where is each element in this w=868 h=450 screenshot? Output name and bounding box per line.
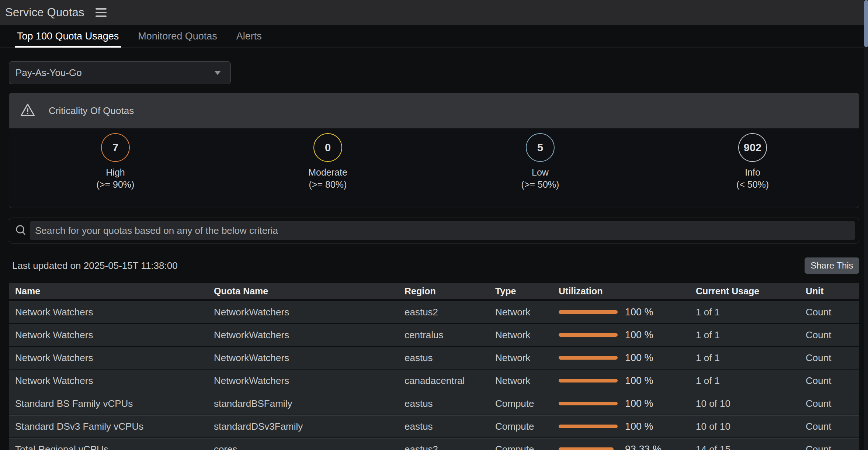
utilization-bar [559, 356, 618, 360]
high-label: High [106, 166, 125, 179]
criticality-badge-info: 902 Info (< 50%) [646, 128, 859, 208]
utilization-bar-fill [559, 333, 618, 337]
main-content: Pay-As-You-Go Criticality Of Quotas 7 Hi… [9, 61, 859, 450]
table-row[interactable]: Standard BS Family vCPUs standardBSFamil… [9, 392, 859, 415]
search-icon [14, 224, 27, 238]
utilization-bar [559, 425, 618, 428]
cell-current-usage: 10 of 10 [696, 398, 806, 409]
column-header-unit[interactable]: Unit [806, 286, 859, 297]
cell-region: canadacentral [405, 375, 495, 387]
cell-current-usage: 1 of 1 [696, 307, 806, 318]
cell-unit: Count [806, 352, 859, 364]
cell-utilization: 100 % [559, 329, 696, 341]
cell-region: eastus [405, 352, 495, 364]
utilization-bar-fill [559, 402, 618, 405]
cell-name: Total Regional vCPUs [15, 444, 214, 450]
plan-select-value: Pay-As-You-Go [15, 67, 82, 79]
moderate-threshold: (>= 80%) [309, 179, 347, 191]
info-count: 902 [744, 142, 761, 154]
warning-icon [20, 102, 35, 119]
cell-region: centralus [405, 329, 495, 341]
cell-quota-name: NetworkWatchers [214, 352, 405, 364]
tab-monitored-quotas[interactable]: Monitored Quotas [136, 25, 219, 48]
cell-name: Network Watchers [15, 375, 214, 387]
cell-name: Network Watchers [15, 329, 214, 341]
search-input[interactable] [30, 221, 855, 240]
cell-current-usage: 10 of 10 [696, 421, 806, 432]
cell-utilization: 100 % [559, 421, 696, 432]
share-button[interactable]: Share This [805, 257, 859, 274]
cell-current-usage: 1 of 1 [696, 375, 806, 387]
cell-quota-name: NetworkWatchers [214, 307, 405, 318]
cell-unit: Count [806, 307, 859, 318]
cell-type: Network [495, 329, 559, 341]
menu-icon[interactable] [94, 7, 108, 18]
moderate-count-circle: 0 [313, 133, 342, 162]
tab-top-100-quota-usages[interactable]: Top 100 Quota Usages [15, 25, 121, 48]
column-header-name[interactable]: Name [15, 286, 214, 297]
table-body: Network Watchers NetworkWatchers eastus2… [9, 301, 859, 450]
cell-utilization: 100 % [559, 398, 696, 409]
cell-type: Network [495, 307, 559, 318]
cell-type: Compute [495, 398, 559, 409]
cell-name: Network Watchers [15, 352, 214, 364]
last-updated-text: Last updated on 2025-05-15T 11:38:00 [12, 260, 178, 271]
cell-current-usage: 1 of 1 [696, 352, 806, 364]
utilization-bar-fill [559, 379, 618, 382]
cell-current-usage: 14 of 15 [696, 444, 806, 450]
low-label: Low [532, 166, 549, 179]
high-threshold: (>= 90%) [97, 179, 135, 191]
scrollbar-thumb[interactable] [864, 0, 868, 47]
utilization-bar-fill [559, 310, 618, 314]
table-row[interactable]: Network Watchers NetworkWatchers canadac… [9, 370, 859, 392]
column-header-type[interactable]: Type [495, 286, 559, 297]
tab-bar: Top 100 Quota Usages Monitored Quotas Al… [0, 25, 868, 48]
utilization-bar [559, 310, 618, 314]
search-container [9, 218, 859, 243]
status-row: Last updated on 2025-05-15T 11:38:00 Sha… [9, 257, 859, 274]
scrollbar-track[interactable] [864, 0, 868, 450]
criticality-panel-body: 7 High (>= 90%) 0 Moderate (>= 80%) 5 Lo… [9, 128, 859, 208]
cell-unit: Count [806, 375, 859, 387]
table-row[interactable]: Total Regional vCPUs cores eastus2 Compu… [9, 438, 859, 450]
cell-quota-name: NetworkWatchers [214, 329, 405, 341]
cell-region: eastus [405, 398, 495, 409]
cell-utilization: 100 % [559, 375, 696, 387]
cell-quota-name: NetworkWatchers [214, 375, 405, 387]
cell-type: Network [495, 375, 559, 387]
info-count-circle: 902 [738, 133, 767, 162]
cell-unit: Count [806, 398, 859, 409]
tab-alerts[interactable]: Alerts [234, 25, 264, 48]
table-row[interactable]: Network Watchers NetworkWatchers eastus2… [9, 301, 859, 324]
cell-utilization: 100 % [559, 307, 696, 318]
cell-type: Compute [495, 444, 559, 450]
high-count-circle: 7 [101, 133, 130, 162]
criticality-badge-high: 7 High (>= 90%) [9, 128, 222, 208]
cell-name: Standard BS Family vCPUs [15, 398, 214, 409]
column-header-quota-name[interactable]: Quota Name [214, 286, 405, 297]
utilization-value: 100 % [625, 375, 653, 387]
cell-quota-name: standardBSFamily [214, 398, 405, 409]
column-header-utilization[interactable]: Utilization [559, 286, 696, 297]
cell-unit: Count [806, 329, 859, 341]
column-header-current-usage[interactable]: Current Usage [696, 286, 806, 297]
info-label: Info [745, 166, 760, 179]
cell-region: eastus2 [405, 444, 495, 450]
criticality-badge-low: 5 Low (>= 50%) [434, 128, 646, 208]
utilization-value: 100 % [625, 329, 653, 341]
criticality-panel-title: Criticality Of Quotas [49, 105, 134, 117]
utilization-bar [559, 379, 618, 382]
utilization-value: 93.33 % [625, 444, 662, 450]
criticality-panel: Criticality Of Quotas 7 High (>= 90%) 0 … [9, 93, 859, 208]
table-row[interactable]: Network Watchers NetworkWatchers central… [9, 324, 859, 347]
criticality-badge-moderate: 0 Moderate (>= 80%) [222, 128, 434, 208]
table-row[interactable]: Network Watchers NetworkWatchers eastus … [9, 347, 859, 370]
table-header-row: Name Quota Name Region Type Utilization … [9, 283, 859, 301]
column-header-region[interactable]: Region [405, 286, 495, 297]
utilization-bar-fill [559, 356, 618, 360]
table-row[interactable]: Standard DSv3 Family vCPUs standardDSv3F… [9, 415, 859, 438]
plan-select[interactable]: Pay-As-You-Go [9, 61, 231, 84]
moderate-label: Moderate [308, 166, 347, 179]
utilization-bar [559, 333, 618, 337]
cell-unit: Count [806, 421, 859, 432]
